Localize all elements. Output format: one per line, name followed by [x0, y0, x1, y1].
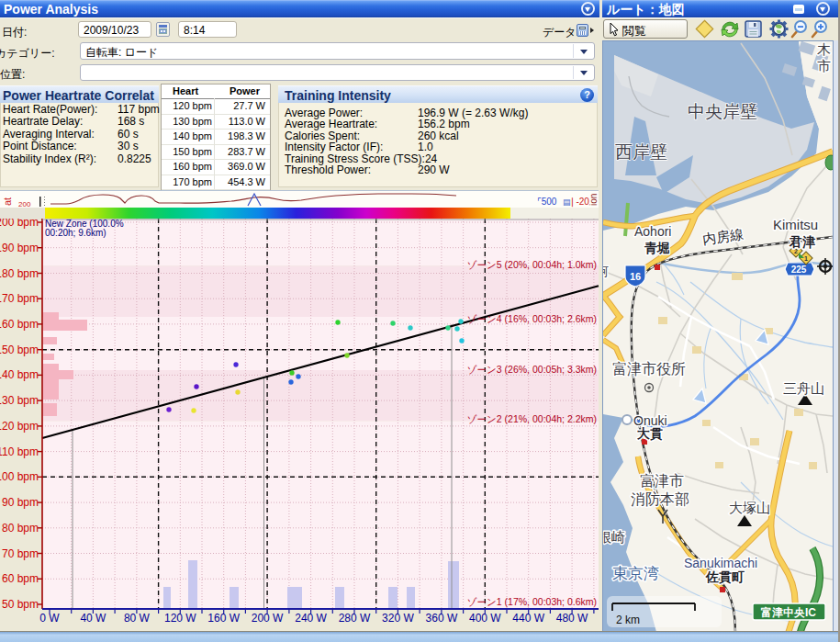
svg-text:150 bpm: 150 bpm	[0, 344, 39, 356]
svg-text:Sanukimachi: Sanukimachi	[684, 556, 757, 570]
svg-text:40 W: 40 W	[80, 612, 106, 625]
svg-text:⌜500: ⌜500	[537, 197, 557, 207]
svg-text:青堀: 青堀	[644, 241, 670, 255]
svg-text:100 bpm: 100 bpm	[0, 470, 39, 483]
svg-text:140 bpm: 140 bpm	[0, 368, 39, 381]
svg-text:400 W: 400 W	[469, 612, 501, 625]
svg-text:120 W: 120 W	[164, 612, 196, 625]
svg-text:❘-20: ❘-20	[568, 197, 589, 208]
svg-text:根崎: 根崎	[602, 529, 625, 545]
svg-text:170 bpm: 170 bpm	[0, 292, 39, 305]
svg-text:225: 225	[791, 265, 807, 275]
svg-text:190 bpm: 190 bpm	[0, 242, 39, 254]
svg-text:00:20h; 9.6km): 00:20h; 9.6km)	[45, 228, 106, 238]
svg-text:中央岸壁: 中央岸壁	[688, 102, 757, 121]
svg-text:富津中央IC: 富津中央IC	[760, 606, 816, 619]
svg-text:60 bpm: 60 bpm	[2, 572, 39, 585]
svg-text:440 W: 440 W	[512, 612, 544, 625]
svg-text:東京湾: 東京湾	[612, 565, 659, 582]
svg-text:市: 市	[817, 58, 831, 73]
svg-text:200 bpm: 200 bpm	[0, 219, 39, 229]
svg-text:ion: ion	[588, 194, 599, 206]
svg-text:1: 1	[804, 255, 808, 262]
svg-text:180 bpm: 180 bpm	[0, 267, 39, 280]
svg-text:ゾーン5 (20%, 00:04h; 1.0km): ゾーン5 (20%, 00:04h; 1.0km)	[467, 259, 597, 270]
svg-text:at: at	[2, 197, 13, 206]
svg-text:三舟山: 三舟山	[783, 380, 824, 396]
svg-text:110 bpm: 110 bpm	[0, 445, 39, 458]
svg-text:200 W: 200 W	[252, 612, 284, 625]
svg-text:大塚山: 大塚山	[729, 500, 770, 515]
svg-text:160 bpm: 160 bpm	[0, 318, 39, 331]
svg-text:360 W: 360 W	[426, 612, 458, 625]
svg-text:240 W: 240 W	[295, 612, 327, 625]
svg-text:ゾーン4 (16%, 00:03h; 2.6km): ゾーン4 (16%, 00:03h; 2.6km)	[467, 313, 597, 324]
svg-text:70 bpm: 70 bpm	[2, 547, 39, 560]
svg-text:ゾーン1 (17%, 00:03h; 0.6km): ゾーン1 (17%, 00:03h; 0.6km)	[467, 596, 597, 607]
svg-text:河: 河	[602, 265, 609, 278]
svg-text:200: 200	[18, 200, 31, 208]
svg-text:大貫: 大貫	[637, 426, 663, 441]
svg-text:ゾーン3 (26%, 00:05h; 3.3km): ゾーン3 (26%, 00:05h; 3.3km)	[467, 364, 597, 375]
svg-text:480 W: 480 W	[556, 612, 588, 625]
svg-text:富津市役所: 富津市役所	[612, 361, 686, 377]
svg-text:320 W: 320 W	[382, 612, 414, 625]
svg-text:50 bpm: 50 bpm	[2, 598, 39, 611]
svg-text:160 W: 160 W	[207, 612, 240, 625]
svg-text:富津市: 富津市	[640, 473, 684, 489]
svg-text:130 bpm: 130 bpm	[0, 394, 39, 407]
svg-text:消防本部: 消防本部	[631, 491, 689, 507]
svg-text:80 W: 80 W	[124, 612, 151, 625]
svg-text:木: 木	[817, 41, 831, 57]
svg-text:90 bpm: 90 bpm	[2, 496, 39, 509]
svg-text:Aohori: Aohori	[634, 224, 671, 239]
svg-text:西岸壁: 西岸壁	[615, 142, 667, 162]
svg-text:Kimitsu: Kimitsu	[773, 217, 818, 232]
svg-text:80 bpm: 80 bpm	[2, 522, 39, 535]
svg-text:16: 16	[630, 271, 641, 282]
svg-text:佐貫町: 佐貫町	[705, 569, 745, 584]
svg-text:君津: 君津	[789, 234, 816, 249]
svg-text:0 W: 0 W	[39, 612, 60, 625]
svg-text:ゾーン2 (21%, 00:04h; 2.2km): ゾーン2 (21%, 00:04h; 2.2km)	[467, 413, 597, 424]
svg-text:120 bpm: 120 bpm	[0, 420, 39, 433]
svg-text:2 km: 2 km	[616, 614, 640, 626]
svg-text:280 W: 280 W	[339, 612, 371, 625]
svg-text:2: 2	[794, 248, 798, 254]
